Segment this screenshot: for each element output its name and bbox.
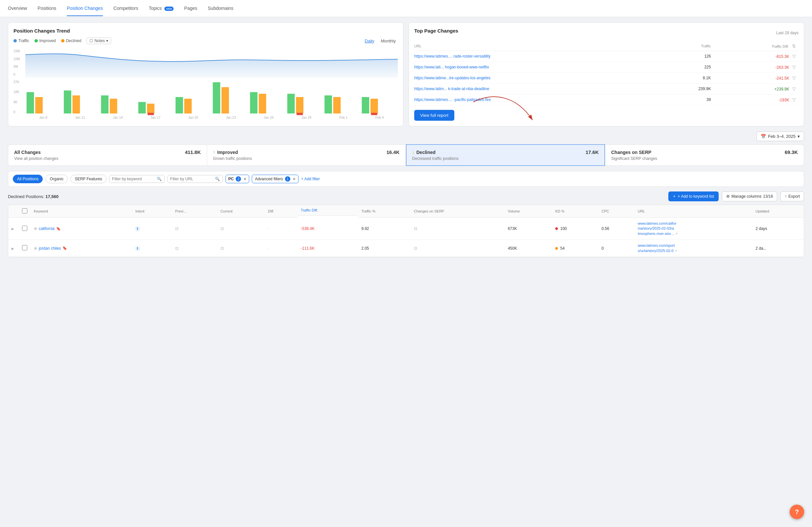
manage-columns-button[interactable]: ⚙ Manage columns 13/16 <box>722 191 777 201</box>
select-all-checkbox[interactable] <box>22 208 27 214</box>
row-filter-icon-0[interactable]: ▽ <box>792 54 796 59</box>
tpc-url-3[interactable]: https://www.latim... k-trade-at-nba-dead… <box>414 84 665 95</box>
col-volume[interactable]: Volume <box>505 205 552 218</box>
col-traffic-diff[interactable]: Traffic Diff. <box>298 205 358 216</box>
row-expand-0[interactable]: ▶ <box>8 218 19 240</box>
tpc-url-2[interactable]: https://www.latime...ire-updates-los-ang… <box>414 73 665 84</box>
export-icon: ↑ <box>785 194 787 199</box>
filter-tab-all-positions[interactable]: All Positions <box>13 175 43 183</box>
tpc-url-1[interactable]: https://www.lati... hogan-booed-wwe-netf… <box>414 62 665 73</box>
row-filter-icon-3[interactable]: ▽ <box>792 86 796 91</box>
filter-tab-organic[interactable]: Organic <box>45 175 68 183</box>
nav-position-changes[interactable]: Position Changes <box>67 1 103 16</box>
monthly-view-btn[interactable]: Monthly <box>379 38 398 44</box>
daily-view-btn[interactable]: Daily <box>363 38 376 44</box>
chart-view-toggle: Daily Monthly <box>363 38 398 44</box>
date-selector[interactable]: 📅 Feb 3–4, 2025 ▾ <box>756 132 804 141</box>
col-kd[interactable]: KD % <box>552 205 598 218</box>
col-previous[interactable]: Previ... <box>172 205 217 218</box>
nav-competitors[interactable]: Competitors <box>113 1 138 16</box>
col-current[interactable]: Current <box>217 205 265 218</box>
x-label-feb1: Feb 1 <box>339 116 348 119</box>
url-link-0[interactable]: www.latimes.com/california/story/2025-02… <box>638 222 676 236</box>
row-filter-icon-1[interactable]: ▽ <box>792 65 796 70</box>
svg-rect-6 <box>139 102 146 114</box>
metric-declined-title: ↓ Declined <box>412 150 436 155</box>
results-count-value: 17,560 <box>45 194 59 199</box>
pc-tag-close[interactable]: × <box>244 176 246 182</box>
tpc-row: https://www.lati... hogan-booed-wwe-netf… <box>414 62 798 73</box>
results-table: Keyword Intent Previ... Current Diff. Tr… <box>8 205 804 257</box>
search-icon: 🔍 <box>215 177 220 181</box>
keyword-filter-input[interactable]: 🔍 <box>109 175 165 183</box>
url-link-1[interactable]: www.latimes.com/sports/ucla/story/2025-0… <box>638 243 675 252</box>
col-checkbox <box>19 205 31 218</box>
bookmark-icon: 🔖 <box>62 246 67 250</box>
pc-filter-tag[interactable]: PC 2 × <box>226 175 249 183</box>
advanced-filters-tag[interactable]: Advanced filters 1 × <box>252 175 299 183</box>
x-label-jan23: Jan 23 <box>226 116 236 119</box>
filters-bar: All Positions Organic SERP Features 🔍 🔍 … <box>8 171 804 187</box>
export-button[interactable]: ↑ Export <box>780 191 804 201</box>
y-label-27k: 27K <box>14 80 25 84</box>
svg-rect-13 <box>250 92 258 114</box>
notes-toggle[interactable]: ☐ Notes ▾ <box>86 38 111 44</box>
row-expand-1[interactable]: ▶ <box>8 240 19 257</box>
row-checkbox-0[interactable] <box>19 218 31 240</box>
results-bar: Declined Positions: 17,560 + + Add to ke… <box>8 191 804 201</box>
nav-overview[interactable]: Overview <box>8 1 27 16</box>
nav-subdomains[interactable]: Subdomains <box>208 1 233 16</box>
traffic-diff-sort-icon[interactable]: ⇅ <box>792 43 796 49</box>
y-label-15m: 15M <box>14 49 25 53</box>
nav-topics[interactable]: Topics new <box>149 1 174 16</box>
col-cpc[interactable]: CPC <box>598 205 635 218</box>
metric-changes-serp[interactable]: Changes on SERP 69.3K Significant SERP c… <box>605 144 804 166</box>
svg-rect-4 <box>101 96 108 114</box>
metric-declined[interactable]: ↓ Declined 17.6K Decreased traffic posit… <box>406 144 605 166</box>
improved-dot <box>34 39 38 42</box>
col-expand <box>8 205 19 218</box>
keyword-filter-field[interactable] <box>112 177 155 181</box>
metric-improved[interactable]: ↑ Improved 16.4K Grown traffic positions <box>207 144 406 166</box>
filter-tab-serp-features[interactable]: SERP Features <box>70 175 106 183</box>
row-checkbox[interactable] <box>22 245 27 250</box>
url-filter-field[interactable] <box>170 177 213 181</box>
add-to-keyword-list-button[interactable]: + + Add to keyword list <box>668 191 718 201</box>
intent-badge-1: I <box>135 246 140 251</box>
tpc-url-0[interactable]: https://www.latimes.... rade-roster-vers… <box>414 51 665 62</box>
serp-icon-0: ⊡ <box>414 226 417 231</box>
main-content: Position Changes Trend Traffic Improved … <box>0 17 812 262</box>
advanced-filters-close[interactable]: × <box>293 176 295 182</box>
tpc-row: https://www.latimes.... rade-roster-vers… <box>414 51 798 62</box>
trend-title: Position Changes Trend <box>14 28 398 33</box>
col-intent[interactable]: Intent <box>132 205 172 218</box>
svg-rect-18 <box>324 96 332 114</box>
tpc-url-4[interactable]: https://www.latimes.... -pacific-palisad… <box>414 95 665 105</box>
metric-all-changes[interactable]: All Changes 411.8K View all position cha… <box>8 144 207 166</box>
external-link-icon: ↗ <box>675 232 678 236</box>
col-diff[interactable]: Diff. <box>265 205 298 218</box>
bar-chart <box>25 79 398 115</box>
add-filter-btn[interactable]: + Add filter <box>301 177 320 181</box>
y-label-0top: 0 <box>14 73 25 76</box>
row-filter-icon-2[interactable]: ▽ <box>792 75 796 81</box>
svg-rect-3 <box>73 96 80 114</box>
advanced-filters-count: 1 <box>285 176 290 182</box>
col-changes-serp[interactable]: Changes on SERP <box>410 205 505 218</box>
nav-pages[interactable]: Pages <box>184 1 197 16</box>
col-traffic-pct[interactable]: Traffic % <box>358 205 410 218</box>
prev-icon-1: ⊡ <box>175 246 178 251</box>
col-updated[interactable]: Updated <box>752 205 804 218</box>
row-checkbox[interactable] <box>22 226 27 231</box>
serp-icon-1: ⊡ <box>414 246 417 251</box>
nav-positions[interactable]: Positions <box>38 1 56 16</box>
col-url[interactable]: URL <box>635 205 752 218</box>
row-filter-icon-4[interactable]: ▽ <box>792 97 796 102</box>
url-filter-input[interactable]: 🔍 <box>167 175 223 183</box>
legend-declined: Declined <box>61 39 82 43</box>
top-page-changes-panel: Top Page Changes Last 28 days URL Traffi… <box>409 23 804 126</box>
top-navigation: Overview Positions Position Changes Comp… <box>0 0 812 17</box>
col-keyword[interactable]: Keyword <box>31 205 132 218</box>
view-full-report-button[interactable]: View full report <box>414 110 454 121</box>
row-checkbox-1[interactable] <box>19 240 31 257</box>
